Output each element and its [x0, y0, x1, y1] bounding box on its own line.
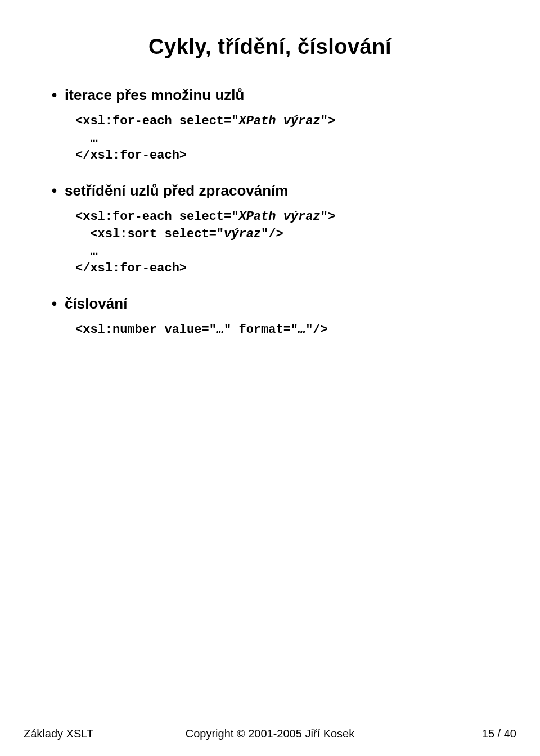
code-block: <xsl:for-each select="XPath výraz"> <xsl… [52, 209, 488, 278]
code-text: <xsl:sort select=" [75, 227, 224, 241]
code-block: <xsl:for-each select="XPath výraz"> … </… [52, 113, 488, 165]
section-iteration: • iterace přes množinu uzlů <xsl:for-eac… [52, 86, 488, 165]
section-sorting: • setřídění uzlů před zpracováním <xsl:f… [52, 182, 488, 278]
bullet-icon: • [52, 296, 57, 311]
bullet-row: • číslování [52, 295, 488, 314]
code-italic: XPath výraz [238, 114, 320, 128]
code-text: "/> [261, 227, 284, 241]
code-text: … [75, 132, 98, 146]
bullet-text: iterace přes množinu uzlů [65, 86, 244, 105]
bullet-row: • setřídění uzlů před zpracováním [52, 182, 488, 201]
bullet-icon: • [52, 88, 57, 102]
code-text: "> [321, 210, 335, 224]
code-block: <xsl:number value="…" format="…"/> [52, 322, 488, 339]
code-text: </xsl:for-each> [75, 148, 187, 162]
bullet-icon: • [52, 183, 57, 198]
code-text: <xsl:for-each select=" [75, 210, 238, 224]
code-text: <xsl:for-each select=" [75, 114, 238, 128]
code-text: </xsl:for-each> [75, 261, 187, 275]
code-text: "/> [305, 323, 328, 337]
footer: Základy XSLT Copyright © 2001-2005 Jiří … [0, 727, 540, 740]
code-italic: … [298, 323, 305, 337]
bullet-text: setřídění uzlů před zpracováním [65, 182, 288, 201]
section-numbering: • číslování <xsl:number value="…" format… [52, 295, 488, 339]
footer-center: Copyright © 2001-2005 Jiří Kosek [164, 727, 375, 740]
code-text: … [75, 245, 98, 259]
code-text: "> [321, 114, 335, 128]
bullet-row: • iterace přes množinu uzlů [52, 86, 488, 105]
footer-right: 15 / 40 [376, 727, 516, 740]
footer-left: Základy XSLT [24, 727, 164, 740]
code-text: <xsl:number value=" [75, 323, 217, 337]
page-title: Cykly, třídění, číslování [52, 35, 488, 59]
bullet-text: číslování [65, 295, 127, 314]
page: Cykly, třídění, číslování • iterace přes… [0, 0, 540, 756]
code-italic: … [217, 323, 224, 337]
code-text: " format=" [224, 323, 298, 337]
code-italic: XPath výraz [238, 210, 320, 224]
code-italic: výraz [224, 227, 261, 241]
